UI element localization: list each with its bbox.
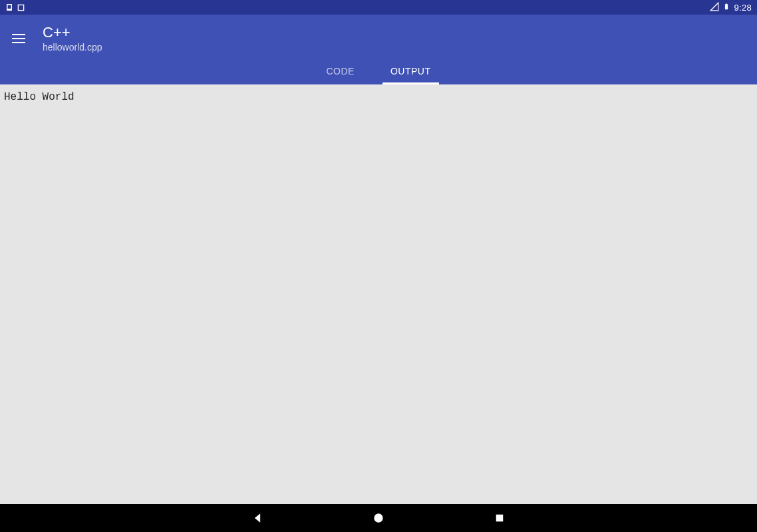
output-pane[interactable]: Hello World bbox=[0, 84, 757, 509]
battery-icon bbox=[723, 2, 730, 13]
svg-rect-6 bbox=[496, 515, 504, 522]
recent-apps-button[interactable] bbox=[492, 511, 507, 525]
tab-code[interactable]: CODE bbox=[318, 58, 362, 84]
app-bar-row: C++ helloworld.cpp bbox=[9, 21, 748, 58]
app-subtitle: helloworld.cpp bbox=[43, 42, 102, 53]
svg-rect-2 bbox=[18, 5, 23, 10]
svg-rect-1 bbox=[8, 5, 11, 9]
android-status-bar: 9:28 bbox=[0, 0, 757, 15]
app-bar: C++ helloworld.cpp CODE OUTPUT bbox=[0, 15, 757, 84]
notification-icon bbox=[5, 3, 13, 11]
title-block: C++ helloworld.cpp bbox=[43, 24, 102, 53]
status-time: 9:28 bbox=[734, 3, 752, 13]
menu-icon[interactable] bbox=[9, 31, 28, 46]
back-button[interactable] bbox=[250, 511, 265, 525]
svg-rect-3 bbox=[725, 4, 728, 9]
tab-bar: CODE OUTPUT bbox=[9, 58, 748, 84]
android-nav-bar bbox=[0, 504, 757, 532]
app-title: C++ bbox=[43, 24, 102, 41]
home-button[interactable] bbox=[371, 511, 386, 525]
signal-icon bbox=[710, 2, 719, 13]
svg-point-5 bbox=[374, 513, 382, 522]
tab-output[interactable]: OUTPUT bbox=[382, 58, 439, 84]
svg-rect-4 bbox=[726, 3, 728, 4]
output-text: Hello World bbox=[4, 91, 75, 103]
status-left bbox=[5, 3, 25, 11]
notification-icon-2 bbox=[17, 3, 25, 11]
status-right: 9:28 bbox=[710, 2, 752, 13]
